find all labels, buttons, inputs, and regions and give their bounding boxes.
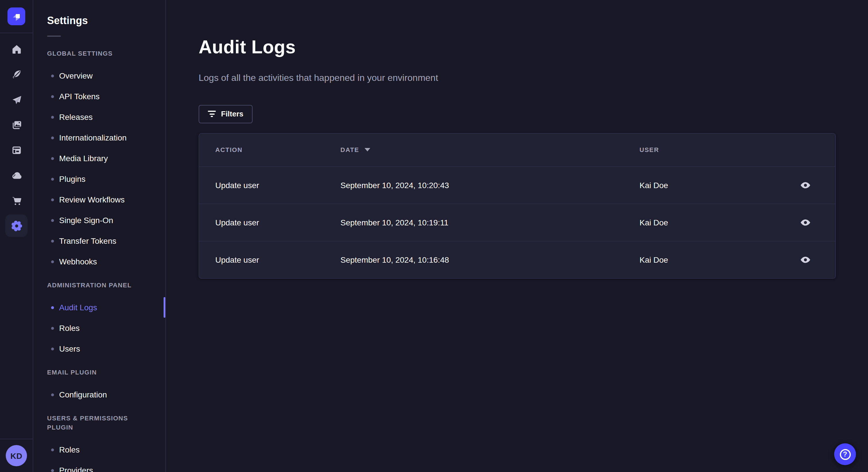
bullet-icon — [51, 177, 54, 180]
sidebar-item-review-workflows[interactable]: Review Workflows — [33, 189, 165, 210]
view-log-button[interactable] — [797, 178, 813, 192]
column-header-action: ACTION — [215, 146, 340, 154]
nav-content-manager-button[interactable] — [7, 141, 25, 159]
view-log-button[interactable] — [797, 253, 813, 267]
gear-icon — [9, 219, 23, 233]
table-row[interactable]: Update user September 10, 2024, 10:20:43… — [199, 166, 835, 204]
sidebar-item-label: Media Library — [59, 154, 108, 163]
sidebar-item-label: Transfer Tokens — [59, 236, 116, 245]
bullet-icon — [51, 219, 54, 222]
cell-user: Kai Doe — [640, 218, 794, 227]
home-icon — [11, 43, 22, 55]
app-window: KD Settings GLOBAL SETTINGS Overview API… — [0, 0, 868, 472]
logo-area — [0, 0, 33, 33]
section-users-permissions-plugin: USERS & PERMISSIONS PLUGIN Roles Provide… — [33, 413, 165, 472]
paper-plane-icon — [11, 94, 22, 105]
section-label: USERS & PERMISSIONS PLUGIN — [33, 413, 165, 432]
nav-marketplace-button[interactable] — [7, 192, 25, 209]
sidebar-item-up-providers[interactable]: Providers — [33, 460, 165, 472]
sidebar-item-label: Overview — [59, 71, 93, 80]
main-icon-rail: KD — [0, 0, 33, 472]
sidebar-item-overview[interactable]: Overview — [33, 65, 165, 86]
title-divider — [47, 36, 61, 37]
sidebar-item-label: Providers — [59, 466, 93, 472]
sidebar-item-label: Configuration — [59, 390, 107, 399]
main-content: Audit Logs Logs of all the activities th… — [166, 0, 868, 472]
eye-icon — [800, 217, 811, 228]
cell-date: September 10, 2024, 10:16:48 — [340, 255, 640, 264]
strapi-mark-icon — [9, 9, 23, 23]
active-indicator — [164, 297, 165, 318]
sidebar-item-label: Review Workflows — [59, 195, 125, 204]
bullet-icon — [51, 157, 54, 160]
sidebar-item-label: Audit Logs — [59, 303, 97, 312]
table-header-row: ACTION DATE USER — [199, 134, 835, 166]
sidebar-item-email-configuration[interactable]: Configuration — [33, 384, 165, 405]
layout-icon — [11, 144, 22, 156]
section-label: GLOBAL SETTINGS — [33, 49, 165, 58]
sidebar-item-audit-logs[interactable]: Audit Logs — [33, 297, 165, 318]
help-button[interactable]: ? — [834, 443, 856, 465]
sidebar-item-label: Webhooks — [59, 257, 97, 266]
eye-icon — [800, 179, 811, 191]
audit-logs-table: ACTION DATE USER Update user September 1… — [198, 133, 836, 279]
bullet-icon — [51, 260, 54, 263]
sidebar-item-label: Roles — [59, 445, 80, 454]
cart-icon — [11, 195, 22, 206]
user-avatar[interactable]: KD — [6, 445, 27, 466]
cell-date: September 10, 2024, 10:19:11 — [340, 218, 640, 227]
question-mark-icon: ? — [840, 449, 850, 460]
sidebar-item-up-roles[interactable]: Roles — [33, 439, 165, 460]
bullet-icon — [51, 347, 54, 350]
table-row[interactable]: Update user September 10, 2024, 10:16:48… — [199, 241, 835, 278]
filters-button[interactable]: Filters — [198, 105, 253, 123]
nav-deploy-button[interactable] — [7, 166, 25, 184]
column-header-date[interactable]: DATE — [340, 146, 640, 154]
sort-desc-icon[interactable] — [364, 148, 370, 152]
sidebar-item-label: Users — [59, 344, 80, 353]
nav-media-library-button[interactable] — [7, 116, 25, 134]
section-label: ADMINISTRATION PANEL — [33, 280, 165, 290]
table-row[interactable]: Update user September 10, 2024, 10:19:11… — [199, 204, 835, 241]
strapi-logo[interactable] — [7, 7, 25, 25]
bullet-icon — [51, 448, 54, 451]
nav-settings-button[interactable] — [5, 214, 28, 237]
cell-date: September 10, 2024, 10:20:43 — [340, 181, 640, 190]
sidebar-item-plugins[interactable]: Plugins — [33, 169, 165, 189]
bullet-icon — [51, 469, 54, 472]
sidebar-item-label: API Tokens — [59, 92, 100, 101]
view-log-button[interactable] — [797, 216, 813, 229]
nav-releases-button[interactable] — [7, 91, 25, 108]
sidebar-item-label: Internationalization — [59, 133, 127, 142]
bullet-icon — [51, 198, 54, 201]
sidebar-item-admin-users[interactable]: Users — [33, 338, 165, 359]
bullet-icon — [51, 95, 54, 98]
sidebar-item-webhooks[interactable]: Webhooks — [33, 251, 165, 272]
bullet-icon — [51, 306, 54, 309]
sidebar-item-single-sign-on[interactable]: Single Sign-On — [33, 210, 165, 231]
section-label: EMAIL PLUGIN — [33, 368, 165, 377]
sidebar-item-admin-roles[interactable]: Roles — [33, 318, 165, 338]
page-subtitle: Logs of all the activities that happened… — [198, 71, 868, 85]
column-header-user: USER — [640, 146, 794, 154]
eye-icon — [800, 254, 811, 266]
sidebar-item-releases[interactable]: Releases — [33, 107, 165, 127]
section-administration-panel: ADMINISTRATION PANEL Audit Logs Roles Us… — [33, 280, 165, 359]
nav-content-builder-button[interactable] — [7, 65, 25, 83]
sidebar-item-media-library[interactable]: Media Library — [33, 148, 165, 169]
nav-home-button[interactable] — [7, 40, 25, 58]
settings-sidebar: Settings GLOBAL SETTINGS Overview API To… — [33, 0, 166, 472]
cell-user: Kai Doe — [640, 181, 794, 190]
filter-icon — [208, 111, 216, 117]
section-email-plugin: EMAIL PLUGIN Configuration — [33, 368, 165, 405]
sidebar-item-label: Single Sign-On — [59, 216, 113, 225]
sidebar-item-transfer-tokens[interactable]: Transfer Tokens — [33, 231, 165, 251]
bullet-icon — [51, 136, 54, 139]
section-global-settings: GLOBAL SETTINGS Overview API Tokens Rele… — [33, 49, 165, 272]
rail-user-area: KD — [0, 439, 33, 472]
settings-sidebar-title: Settings — [47, 14, 152, 28]
sidebar-item-api-tokens[interactable]: API Tokens — [33, 86, 165, 107]
filters-button-label: Filters — [221, 110, 243, 119]
sidebar-item-label: Releases — [59, 112, 93, 122]
sidebar-item-internationalization[interactable]: Internationalization — [33, 127, 165, 148]
